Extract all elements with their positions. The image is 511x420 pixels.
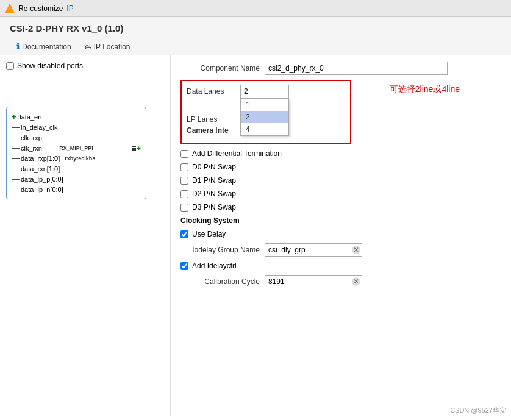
d0-pn-swap-row: D0 P/N Swap <box>180 163 501 171</box>
iodelay-group-input[interactable] <box>265 243 362 257</box>
info-icon: ℹ <box>16 42 20 51</box>
page-title: CSI-2 D-PHY RX v1_0 (1.0) <box>10 23 501 34</box>
port-row-data-lp-p: — data_lp_p[0:0] <box>12 174 141 183</box>
title-bar: Re-customize IP <box>0 0 511 17</box>
minus-icon-data-lp-p: — <box>12 174 20 183</box>
d0-pn-swap-label: D0 P/N Swap <box>192 163 236 171</box>
main-content: Show disabled ports + data_err — in_dela… <box>0 55 511 416</box>
port-data-err: data_err <box>18 113 43 121</box>
dropdown-item-4[interactable]: 4 <box>241 123 288 135</box>
tab-documentation[interactable]: ℹ Documentation <box>10 38 78 55</box>
minus-icon-clk-rxp: — <box>12 133 20 142</box>
header: CSI-2 D-PHY RX v1_0 (1.0) ℹ Documentatio… <box>0 17 511 55</box>
data-lanes-row: Data Lanes 1 2 4 1 2 4 <box>187 85 345 98</box>
right-panel: Component Name Data Lanes 1 2 4 1 2 <box>171 55 511 416</box>
d2-pn-swap-row: D2 P/N Swap <box>180 190 501 198</box>
calibration-cycle-input[interactable] <box>265 275 362 288</box>
iodelay-group-label: Iodelay Group Name <box>180 246 260 254</box>
port-diagram-inner: + data_err — in_delay_clk <box>12 112 141 194</box>
calibration-cycle-clear-button[interactable]: ✕ <box>352 277 360 286</box>
data-lanes-select[interactable]: 1 2 4 <box>240 85 289 98</box>
component-name-input[interactable] <box>265 62 448 75</box>
add-diff-termination-checkbox[interactable] <box>180 150 188 158</box>
left-panel: Show disabled ports + data_err — in_dela… <box>0 55 171 416</box>
use-delay-label: Use Delay <box>192 230 226 238</box>
watermark: CSDN @9527华安 <box>450 406 506 415</box>
header-tabs: ℹ Documentation 🗁 IP Location <box>10 38 501 55</box>
calibration-cycle-row: Calibration Cycle ✕ <box>180 275 501 288</box>
add-idelayctrl-checkbox[interactable] <box>180 262 188 270</box>
port-row-data-rxn: — data_rxn[1:0] <box>12 164 141 173</box>
minus-icon-data-lp-n: — <box>12 185 20 194</box>
calibration-cycle-label: Calibration Cycle <box>180 277 260 286</box>
dropdown-item-2[interactable]: 2 <box>241 111 288 123</box>
minus-icon-in-delay-clk: — <box>12 123 20 132</box>
bus-bars-right <box>132 146 136 151</box>
port-clk-rxn: clk_rxn <box>21 144 42 152</box>
tab-ip-location-label: IP Location <box>94 43 130 51</box>
add-idelayctrl-label: Add Idelayctrl <box>192 262 237 270</box>
use-delay-checkbox[interactable] <box>180 230 188 238</box>
camera-inte-label: Camera Inte <box>187 126 235 135</box>
minus-icon-data-rxn: — <box>12 164 20 173</box>
component-name-row: Component Name <box>180 62 501 75</box>
calibration-cycle-input-wrapper: ✕ <box>265 275 362 288</box>
data-lanes-dropdown[interactable]: 1 2 4 <box>240 98 289 136</box>
dropdown-item-1[interactable]: 1 <box>241 99 288 111</box>
d1-pn-swap-row: D1 P/N Swap <box>180 176 501 185</box>
port-row-clk-rxp: — clk_rxp <box>12 133 141 142</box>
d1-pn-swap-checkbox[interactable] <box>180 177 188 185</box>
d1-pn-swap-label: D1 P/N Swap <box>192 176 236 185</box>
port-diagram: + data_err — in_delay_clk <box>6 107 146 199</box>
component-name-label: Component Name <box>180 64 260 73</box>
d3-pn-swap-checkbox[interactable] <box>180 204 188 212</box>
port-data-lp-n: data_lp_n[0:0] <box>21 186 63 193</box>
tab-documentation-label: Documentation <box>22 43 71 51</box>
data-lanes-select-wrapper: 1 2 4 1 2 4 <box>240 85 289 98</box>
port-row-in-delay-clk: — in_delay_clk <box>12 123 141 132</box>
clocking-system-title: Clocking System <box>180 216 501 225</box>
d3-pn-swap-label: D3 P/N Swap <box>192 203 236 212</box>
d2-pn-swap-label: D2 P/N Swap <box>192 190 236 198</box>
iodelay-group-clear-button[interactable]: ✕ <box>352 246 360 254</box>
show-disabled-ports-label: Show disabled ports <box>17 62 83 70</box>
title-bar-text: Re-customize <box>18 4 63 13</box>
folder-icon: 🗁 <box>85 43 91 51</box>
dropdown-section: Data Lanes 1 2 4 1 2 4 LP <box>180 80 351 144</box>
port-row-data-rxp: — data_rxp[1:0] rxbyteclkhs <box>12 154 141 163</box>
triangle-icon <box>5 4 15 13</box>
lp-lanes-label: LP Lanes <box>187 115 235 124</box>
port-data-rxp: data_rxp[1:0] <box>21 155 60 162</box>
iodelay-group-input-wrapper: ✕ <box>265 243 362 257</box>
port-row-clk-rxn: — clk_rxn RX_MIPI_PPI + <box>12 143 141 152</box>
plus-icon-data-err: + <box>12 112 16 121</box>
add-diff-termination-row: Add Differential Termination <box>180 149 501 158</box>
port-clk-rxp: clk_rxp <box>21 134 42 141</box>
minus-icon-clk-rxn: — <box>12 143 20 152</box>
d3-pn-swap-row: D3 P/N Swap <box>180 203 501 212</box>
add-diff-termination-label: Add Differential Termination <box>192 149 282 158</box>
port-row-data-err: + data_err <box>12 112 141 121</box>
d0-pn-swap-checkbox[interactable] <box>180 163 188 171</box>
tab-ip-location[interactable]: 🗁 IP Location <box>78 38 137 55</box>
port-row-data-lp-n: — data_lp_n[0:0] <box>12 185 141 194</box>
show-disabled-ports-row: Show disabled ports <box>6 62 164 70</box>
title-bar-link[interactable]: IP <box>66 4 73 13</box>
add-idelayctrl-row: Add Idelayctrl <box>180 262 501 270</box>
port-in-delay-clk: in_delay_clk <box>21 124 58 131</box>
d2-pn-swap-checkbox[interactable] <box>180 190 188 198</box>
data-lanes-label: Data Lanes <box>187 87 235 96</box>
minus-icon-data-rxp: — <box>12 154 20 163</box>
port-data-lp-p: data_lp_p[0:0] <box>21 176 63 183</box>
show-disabled-ports-checkbox[interactable] <box>6 62 14 70</box>
annotation: 可选择2line或4line <box>390 84 460 95</box>
plus-icon-right: + <box>137 144 141 152</box>
port-data-rxn: data_rxn[1:0] <box>21 165 60 173</box>
iodelay-group-row: Iodelay Group Name ✕ <box>180 243 501 257</box>
use-delay-row: Use Delay <box>180 230 501 238</box>
